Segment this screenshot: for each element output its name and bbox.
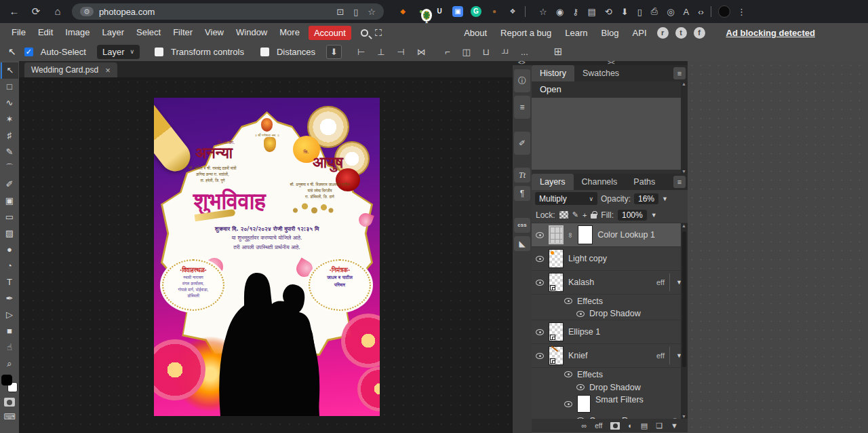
- camera-raw-row[interactable]: Camera Raw ⚙: [532, 414, 688, 419]
- link-api[interactable]: API: [627, 28, 652, 38]
- layer-row-knief[interactable]: Knief eff ▼: [532, 344, 688, 368]
- align-center-icon[interactable]: ⊥: [374, 45, 388, 58]
- adjust-sliders-icon[interactable]: ≡: [514, 96, 530, 119]
- menu-layer[interactable]: Layer: [96, 23, 131, 42]
- scroll-down-icon[interactable]: ▼: [682, 414, 686, 419]
- home-icon[interactable]: ⌂: [50, 4, 65, 19]
- extension-cookie[interactable]: ●: [489, 6, 500, 17]
- layer-name[interactable]: Ellipse 1: [568, 327, 600, 337]
- delete-layer-icon[interactable]: ▼: [671, 421, 678, 430]
- opacity-dropdown-icon[interactable]: ▼: [662, 195, 668, 202]
- add-mask-icon[interactable]: [610, 422, 620, 430]
- visibility-eye-icon[interactable]: [576, 417, 585, 419]
- keyboard-shortcuts-icon[interactable]: ⌨: [3, 412, 15, 421]
- foreground-color-swatch[interactable]: [1, 375, 12, 385]
- dodge-tool[interactable]: ◔: [1, 258, 18, 274]
- fill-dropdown-icon[interactable]: ▼: [651, 212, 657, 219]
- paragraph-icon[interactable]: ¶: [514, 186, 530, 201]
- star-circle-icon[interactable]: ☆: [539, 7, 547, 17]
- scroll-up-icon[interactable]: ▲: [682, 223, 686, 228]
- layer-effects-icon[interactable]: eff: [595, 422, 602, 430]
- tab-channels[interactable]: Channels: [574, 174, 626, 190]
- layer-effects-row[interactable]: Effects: [532, 295, 688, 307]
- type-tool[interactable]: T: [1, 274, 18, 290]
- hand-tool[interactable]: ☝: [1, 339, 18, 356]
- layer-name[interactable]: Color Lookup 1: [597, 230, 655, 240]
- visibility-eye-icon[interactable]: [576, 311, 585, 317]
- extension-chat[interactable]: ●1: [416, 6, 427, 17]
- extension-funnel[interactable]: ◆: [397, 6, 408, 17]
- menu-window[interactable]: Window: [230, 23, 273, 42]
- drop-shadow-label[interactable]: Drop Shadow: [589, 383, 641, 392]
- layer-thumbnail[interactable]: [549, 273, 564, 292]
- shape-tool[interactable]: ■: [1, 323, 18, 339]
- account-button[interactable]: Account: [309, 26, 351, 40]
- history-entry-open[interactable]: Open: [532, 81, 688, 98]
- zoom-tool[interactable]: ⌕: [1, 356, 18, 372]
- layer-row-ellipse[interactable]: Ellipse 1: [532, 320, 688, 344]
- visibility-eye-icon[interactable]: [536, 256, 544, 262]
- link-blog[interactable]: Blog: [596, 28, 625, 38]
- image-icon[interactable]: ◣: [514, 236, 530, 251]
- adjustment-icon[interactable]: ◐: [628, 421, 633, 430]
- lock-all-icon[interactable]: [591, 214, 597, 219]
- panel-menu-icon[interactable]: ≡: [673, 176, 686, 188]
- drop-shadow-row[interactable]: Drop Shadow: [532, 307, 688, 320]
- extension-ublock[interactable]: U: [434, 6, 445, 17]
- extension-puzzle[interactable]: ❖: [507, 6, 518, 17]
- character-icon[interactable]: Tt: [514, 168, 530, 183]
- download-icon[interactable]: ⬇: [621, 7, 629, 17]
- folder-icon[interactable]: ▤: [641, 421, 648, 430]
- arrange-grid-icon[interactable]: ⊞: [551, 44, 566, 59]
- smart-filters-label[interactable]: Smart Filters: [595, 395, 644, 404]
- menu-image[interactable]: Image: [59, 23, 96, 42]
- fill-input[interactable]: 100%: [618, 210, 647, 221]
- css-icon[interactable]: css: [514, 218, 530, 233]
- layers-scrollbar[interactable]: ▲ ▼: [681, 223, 688, 419]
- trash-icon[interactable]: ▯: [637, 7, 642, 17]
- bookmark-star-icon[interactable]: ☆: [368, 7, 376, 17]
- effects-label[interactable]: Effects: [577, 297, 603, 306]
- code-icon[interactable]: ‹›: [698, 7, 704, 17]
- facebook-icon[interactable]: f: [694, 27, 705, 39]
- target-select[interactable]: Layer ∨: [97, 45, 140, 59]
- visibility-eye-icon[interactable]: [564, 401, 572, 407]
- crop-tool[interactable]: ♯: [1, 128, 18, 144]
- link-report-bug[interactable]: Report a bug: [495, 28, 557, 38]
- scrollbar-thumb[interactable]: [682, 231, 686, 367]
- menu-select[interactable]: Select: [130, 23, 167, 42]
- insert-image-button[interactable]: ⬇: [326, 45, 342, 59]
- tab-paths[interactable]: Paths: [625, 174, 663, 190]
- reddit-icon[interactable]: r: [657, 27, 669, 39]
- distribute-vertical-icon[interactable]: ⅃⅃: [498, 47, 512, 56]
- notes-icon[interactable]: ▤: [588, 7, 596, 17]
- site-info-icon[interactable]: ⚙: [80, 7, 94, 16]
- browser-menu-icon[interactable]: ⋮: [737, 7, 746, 17]
- scroll-up-icon[interactable]: ▲: [682, 81, 686, 86]
- spot-heal-tool[interactable]: ⌒: [1, 160, 18, 176]
- path-select-tool[interactable]: ▷: [1, 307, 18, 323]
- magic-wand-tool[interactable]: ✶: [1, 111, 18, 128]
- lock-transparency-icon[interactable]: [559, 211, 568, 219]
- smart-filter-thumbnail[interactable]: [577, 395, 591, 413]
- blend-mode-select[interactable]: Multiply ∨: [535, 192, 597, 205]
- canvas-area[interactable]: ॥ श्री गणेशाय नमः ॥ चि.सौ.का. अनन्या चि.…: [19, 77, 513, 433]
- move-tool[interactable]: ↖: [1, 62, 18, 79]
- visibility-eye-icon[interactable]: [576, 384, 585, 390]
- lock-pixels-icon[interactable]: ✎: [572, 210, 578, 219]
- wedding-card-document[interactable]: ॥ श्री गणेशाय नमः ॥ चि.सौ.का. अनन्या चि.…: [154, 98, 380, 416]
- menu-filter[interactable]: Filter: [167, 23, 199, 42]
- gear-icon[interactable]: ⚙: [672, 417, 678, 419]
- key-icon[interactable]: ⚷: [572, 7, 579, 17]
- scroll-down-icon[interactable]: ▼: [682, 169, 686, 174]
- align-top-icon[interactable]: ⌐: [441, 45, 454, 58]
- layer-row-light-copy[interactable]: Light copy: [532, 247, 688, 271]
- eyedropper-tool[interactable]: ✎: [1, 144, 18, 160]
- drop-shadow-row[interactable]: Drop Shadow: [532, 381, 688, 394]
- visibility-eye-icon[interactable]: [564, 371, 572, 377]
- layer-thumbnail[interactable]: [549, 322, 564, 341]
- new-layer-icon[interactable]: ❏: [656, 421, 663, 430]
- align-bottom-icon[interactable]: ⊔: [479, 45, 493, 58]
- extension-shield[interactable]: ▣: [452, 6, 463, 17]
- profile-avatar[interactable]: [718, 5, 730, 18]
